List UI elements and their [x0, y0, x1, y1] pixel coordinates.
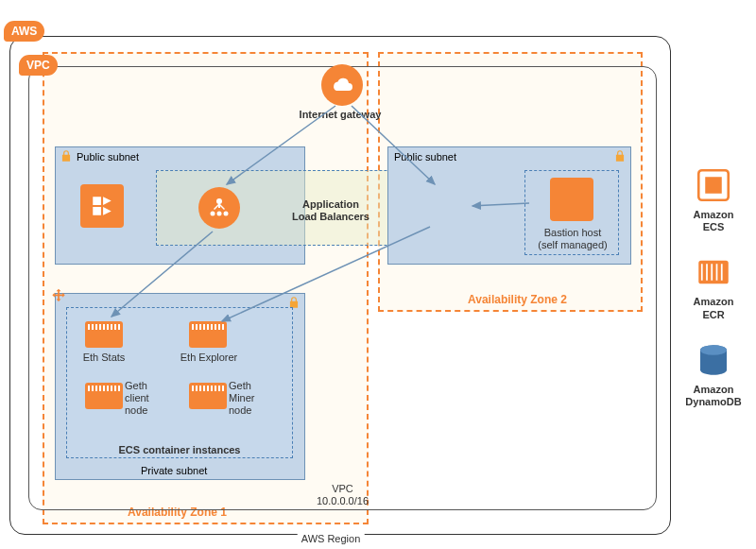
- geth-client-l1: Geth: [125, 380, 163, 392]
- amazon-ecs-icon: [694, 165, 733, 205]
- svg-point-3: [224, 212, 229, 216]
- lock-icon: [60, 149, 73, 163]
- geth-client-label: Geth client node: [125, 380, 163, 418]
- private-subnet-1-label: Private subnet: [141, 465, 207, 476]
- ecr-label-l2: ECR: [676, 309, 751, 321]
- ecr-label-l1: Amazon: [676, 296, 751, 308]
- svg-rect-10: [698, 261, 729, 284]
- geth-client-l3: node: [125, 404, 163, 417]
- public-subnet-1-label: Public subnet: [77, 151, 139, 163]
- geth-miner-l2: Miner: [229, 392, 266, 404]
- ddb-label-l2: DynamoDB: [676, 396, 751, 408]
- bastion-label-line1: Bastion host: [527, 227, 618, 239]
- ecs-label-l1: Amazon: [676, 209, 751, 221]
- geth-client-l2: client: [125, 392, 163, 404]
- amazon-ecr-icon: [694, 252, 733, 292]
- aws-cloud-tag: AWS: [4, 21, 44, 42]
- eth-explorer-label: Eth Explorer: [175, 352, 243, 364]
- svg-point-17: [700, 345, 727, 355]
- amazon-dynamodb-service: Amazon DynamoDB: [676, 340, 751, 408]
- alb-label: Application Load Balancers: [284, 198, 378, 223]
- svg-rect-9: [705, 177, 722, 194]
- amazon-ecs-service: Amazon ECS: [676, 165, 751, 233]
- ecs-group-label: ECS container instances: [104, 444, 255, 456]
- geth-miner-l1: Geth: [229, 380, 266, 392]
- geth-miner-l3: node: [229, 404, 266, 417]
- eth-stats-container-icon: [85, 321, 123, 348]
- amazon-dynamodb-icon: [694, 340, 733, 380]
- eth-explorer-container-icon: [189, 321, 227, 348]
- autoscaling-icon: [49, 287, 68, 306]
- vpc-label: VPC 10.0.0.0/16: [317, 483, 369, 507]
- lock-icon: [613, 149, 627, 163]
- ecs-label-l2: ECS: [676, 221, 751, 233]
- geth-miner-container-icon: [189, 383, 227, 409]
- internet-gateway-icon: [321, 64, 363, 106]
- internet-gateway-label: Internet gateway: [284, 109, 397, 121]
- public-subnet-2-label: Public subnet: [394, 151, 456, 163]
- aws-region-label: AWS Region: [298, 533, 365, 545]
- eth-stats-label: Eth Stats: [77, 352, 130, 364]
- geth-client-container-icon: [85, 383, 123, 409]
- nat-or-route-icon: [80, 184, 124, 228]
- aws-services-column: Amazon ECS Amazon ECR Amazon DynamoDB: [676, 165, 751, 427]
- geth-miner-label: Geth Miner node: [229, 380, 266, 418]
- bastion-label: Bastion host (self managed): [527, 227, 618, 251]
- amazon-ecr-service: Amazon ECR: [676, 252, 751, 320]
- svg-point-2: [217, 212, 222, 216]
- ddb-label-l1: Amazon: [676, 384, 751, 396]
- bastion-host-icon: [550, 178, 593, 221]
- svg-point-1: [211, 212, 215, 216]
- vpc-tag: VPC: [19, 55, 58, 76]
- vpc-cidr: 10.0.0.0/16: [317, 495, 369, 507]
- bastion-label-line2: (self managed): [527, 239, 618, 251]
- alb-icon-az1: [198, 187, 240, 229]
- vpc-label-line1: VPC: [317, 483, 369, 495]
